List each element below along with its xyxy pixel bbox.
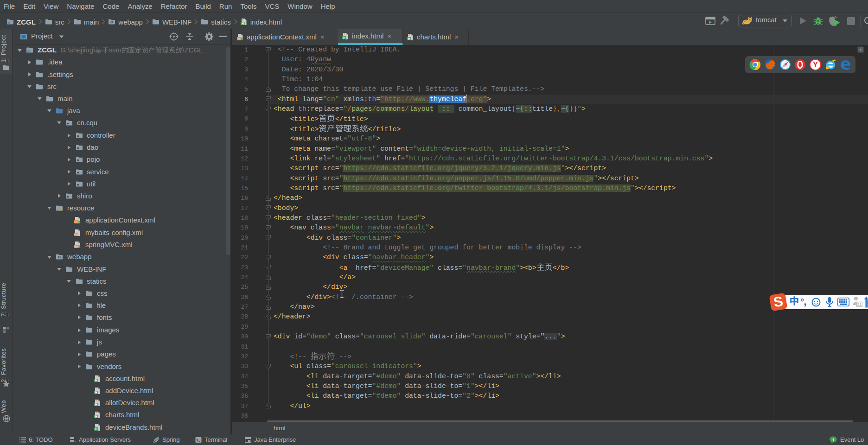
svg-text:H: H <box>95 403 97 406</box>
svg-text:H: H <box>408 37 410 40</box>
svg-text:Y: Y <box>813 60 818 69</box>
svg-text:<>: <> <box>75 245 78 248</box>
svg-text:1: 1 <box>832 438 834 442</box>
svg-text:H: H <box>242 22 244 25</box>
svg-text:H: H <box>95 427 97 431</box>
svg-text:<>: <> <box>75 221 78 224</box>
svg-text:H: H <box>95 415 97 418</box>
svg-text:H: H <box>343 36 345 39</box>
svg-text:H: H <box>95 379 97 382</box>
svg-text:<>: <> <box>237 37 241 40</box>
svg-text:<>: <> <box>75 233 78 236</box>
svg-text:21: 21 <box>857 302 862 307</box>
svg-text:H: H <box>95 391 97 394</box>
